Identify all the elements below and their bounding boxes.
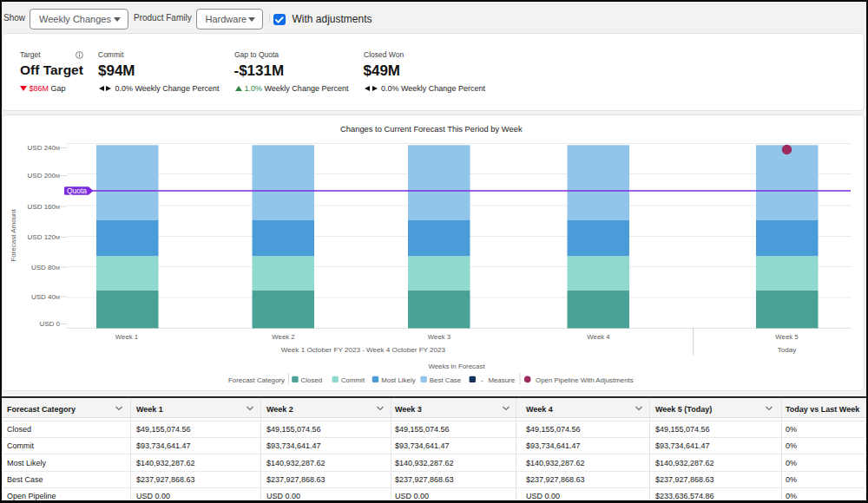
svg-text:Forecast Category: Forecast Category	[228, 376, 285, 383]
svg-text:Quota: Quota	[67, 186, 87, 195]
svg-text:Best Case: Best Case	[430, 376, 462, 383]
svg-text:USD 80M: USD 80M	[31, 263, 60, 271]
svg-text:Commit: Commit	[341, 376, 365, 383]
svg-text:-: -	[481, 376, 483, 383]
svg-text:Open Pipeline With Adjustments: Open Pipeline With Adjustments	[536, 376, 634, 383]
svg-text:Forecast Amount: Forecast Amount	[10, 208, 17, 261]
svg-text:USD 40M: USD 40M	[31, 292, 60, 300]
svg-text:USD 0: USD 0	[39, 320, 60, 328]
svg-text:USD 200M: USD 200M	[28, 172, 60, 180]
svg-text:Week 4: Week 4	[587, 332, 610, 340]
svg-text:USD 120M: USD 120M	[28, 233, 60, 241]
svg-text:Weeks in Forecast: Weeks in Forecast	[428, 362, 485, 369]
svg-text:Week 1 October FY 2023 - Week: Week 1 October FY 2023 - Week 4 October …	[281, 345, 446, 353]
svg-text:Week 1: Week 1	[115, 332, 138, 340]
svg-text:Today: Today	[778, 345, 798, 353]
svg-text:Most Likely: Most Likely	[381, 376, 416, 383]
svg-text:Measure: Measure	[488, 376, 515, 383]
svg-text:Changes to Current Forecast Th: Changes to Current Forecast This Period …	[340, 123, 523, 133]
svg-text:Closed: Closed	[301, 376, 323, 383]
svg-text:Week 3: Week 3	[428, 332, 450, 340]
svg-text:Week 5: Week 5	[775, 332, 799, 340]
svg-text:USD 160M: USD 160M	[28, 202, 60, 210]
svg-text:USD 240M: USD 240M	[28, 144, 60, 152]
svg-text:Week 2: Week 2	[272, 332, 294, 340]
